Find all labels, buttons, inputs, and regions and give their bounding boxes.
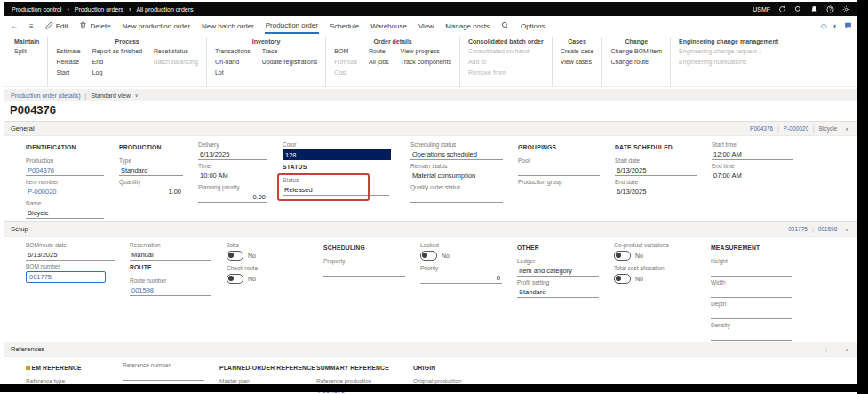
ribbon-view-cases-button[interactable]: View cases: [561, 59, 594, 67]
ribbon-on-hand-button[interactable]: On-hand: [215, 59, 251, 67]
field-priority-value[interactable]: 0: [420, 273, 502, 284]
section-header-setup[interactable]: Setup001775|001598∧: [4, 222, 857, 237]
field-property-value[interactable]: [323, 266, 405, 277]
ribbon-split-button[interactable]: Split: [14, 48, 27, 56]
section-header-general[interactable]: GeneralP004376|P-000020|Bicycle∧: [4, 122, 857, 136]
field-bom-number-focus-box[interactable]: 001775: [26, 271, 106, 283]
new-batch-order-button[interactable]: New batch order: [201, 20, 255, 33]
ribbon-log-button[interactable]: Log: [92, 69, 142, 77]
ribbon-create-case-button[interactable]: Create case: [561, 48, 594, 56]
field-status-value[interactable]: Released: [283, 185, 389, 196]
form-name-link[interactable]: Production order (details): [11, 92, 81, 99]
field-ledger-value[interactable]: Item and category: [517, 266, 599, 277]
ribbon-reset-status-button[interactable]: Reset status: [154, 48, 198, 56]
delete-button[interactable]: Delete: [78, 19, 111, 34]
bell-icon[interactable]: [810, 5, 818, 13]
section-header-references[interactable]: References—|—∧: [4, 342, 857, 357]
back-button[interactable]: ←: [10, 20, 19, 33]
tab-warehouse[interactable]: Warehouse: [370, 20, 408, 33]
field-type-value[interactable]: Standard: [119, 165, 183, 176]
breadcrumb-item-all-production-orders[interactable]: All production orders: [136, 6, 193, 12]
breadcrumb-item-production-control[interactable]: Production control: [12, 6, 61, 12]
sync-icon[interactable]: [778, 5, 786, 13]
field-color-value[interactable]: 128: [283, 149, 391, 160]
field-height-value[interactable]: [711, 266, 792, 277]
field-end-time-value[interactable]: 07:00 AM: [712, 171, 793, 181]
toggle-locked-switch[interactable]: [420, 251, 437, 261]
toggle-co-product-variations-switch[interactable]: [614, 251, 631, 261]
edit-button[interactable]: Edit: [44, 19, 69, 34]
field-depth-value[interactable]: [711, 309, 792, 319]
summary-link[interactable]: P-000020: [784, 125, 808, 132]
field-quality-order-status-value[interactable]: [410, 192, 503, 203]
field-remain-status-value[interactable]: Material consumption: [410, 171, 503, 181]
field-time-value[interactable]: 10:00 AM: [198, 171, 267, 181]
field-start-time-value[interactable]: 12:00 AM: [712, 149, 793, 160]
diamond-icon[interactable]: ◇: [821, 21, 827, 30]
summary-link[interactable]: P004376: [750, 125, 773, 132]
ribbon-lot-button[interactable]: Lot: [215, 69, 251, 77]
ribbon-release-button[interactable]: Release: [56, 59, 80, 67]
tab-view[interactable]: View: [418, 20, 434, 33]
ribbon-all-jobs-button[interactable]: All jobs: [369, 59, 389, 67]
field-reservation-value[interactable]: Manual: [130, 250, 211, 261]
field-label: Ledger: [517, 258, 599, 265]
tab-production-order[interactable]: Production order: [265, 19, 319, 34]
tab-options[interactable]: Options: [520, 20, 546, 33]
ribbon-trace-button[interactable]: Trace: [262, 48, 318, 56]
ribbon-change-bom-item-button[interactable]: Change BOM item: [610, 48, 662, 56]
field-end-date-value[interactable]: 6/13/2025: [615, 187, 697, 197]
ribbon-track-components-button[interactable]: Track components: [401, 59, 451, 67]
field-density-value[interactable]: [711, 330, 792, 341]
field-delivery-value[interactable]: 6/13/2025: [198, 149, 267, 160]
ribbon-start-button[interactable]: Start: [56, 69, 80, 77]
ribbon-end-button[interactable]: End: [92, 59, 142, 67]
ribbon-update-registrations-button[interactable]: Update registrations: [262, 59, 318, 67]
tab-manage-costs[interactable]: Manage costs: [444, 20, 490, 33]
ribbon-item-label: Remove from: [468, 69, 506, 76]
half-circle-icon[interactable]: ◐: [833, 21, 838, 30]
field-bom-number-value[interactable]: 001775: [28, 273, 103, 281]
toggle-check-route-switch[interactable]: [227, 274, 243, 284]
toggle-total-cost-allocation-switch[interactable]: [614, 274, 631, 284]
field-production-value[interactable]: P004376: [26, 165, 104, 176]
field-pool-value[interactable]: [518, 165, 600, 176]
breadcrumb-item-production-orders[interactable]: Production orders: [75, 6, 123, 12]
field-jobs: JobsNo: [227, 242, 308, 261]
field-name-value[interactable]: Bicycle: [26, 208, 104, 219]
field-route-number-value[interactable]: 001598: [130, 285, 211, 296]
ribbon-report-as-finished-button[interactable]: Report as finished: [92, 48, 142, 56]
tab-schedule[interactable]: Schedule: [329, 20, 360, 33]
ribbon-route-button[interactable]: Route: [369, 48, 389, 56]
toggle-jobs-switch[interactable]: [227, 251, 243, 261]
summary-link[interactable]: 001598: [818, 226, 838, 232]
field-width-value[interactable]: [711, 287, 792, 298]
field-production-group-value[interactable]: [518, 187, 600, 197]
ribbon-bom-button[interactable]: BOM: [334, 48, 357, 56]
help-icon[interactable]: ?: [826, 5, 834, 13]
new-production-order-button[interactable]: New production order: [122, 20, 191, 33]
summary-link[interactable]: 001775: [788, 226, 808, 232]
toggle-total-cost-allocation: No: [614, 274, 696, 284]
menu-button[interactable]: ≡: [28, 20, 35, 33]
field-bom-route-date-value[interactable]: 6/13/2025: [26, 250, 115, 261]
field-reference-number-value[interactable]: [123, 370, 204, 381]
field-item-number-value[interactable]: P-000020: [26, 187, 104, 197]
chat-icon[interactable]: [844, 21, 852, 31]
search-button[interactable]: [500, 19, 510, 34]
company-selector[interactable]: USMF: [753, 6, 770, 12]
field-planning-priority-value[interactable]: 0.00: [198, 192, 267, 203]
field-profit-setting-value[interactable]: Standard: [517, 287, 599, 298]
ribbon-transactions-button[interactable]: Transactions: [215, 48, 251, 56]
ribbon-change-route-button[interactable]: Change route: [610, 59, 662, 67]
toggle-locked: No: [420, 251, 502, 261]
field-start-date-value[interactable]: 6/13/2025: [615, 165, 697, 176]
field-quantity-value[interactable]: 1.00: [119, 187, 183, 197]
cmd-label: Warehouse: [370, 22, 407, 30]
gear-icon[interactable]: [842, 5, 850, 13]
ribbon-view-progress-button[interactable]: View progress: [401, 48, 451, 56]
field-scheduling-status-value[interactable]: Operations scheduled: [410, 149, 503, 160]
search-icon[interactable]: [794, 5, 802, 13]
ribbon-estimate-button[interactable]: Estimate: [56, 48, 80, 56]
view-selector[interactable]: Standard view: [91, 92, 130, 99]
